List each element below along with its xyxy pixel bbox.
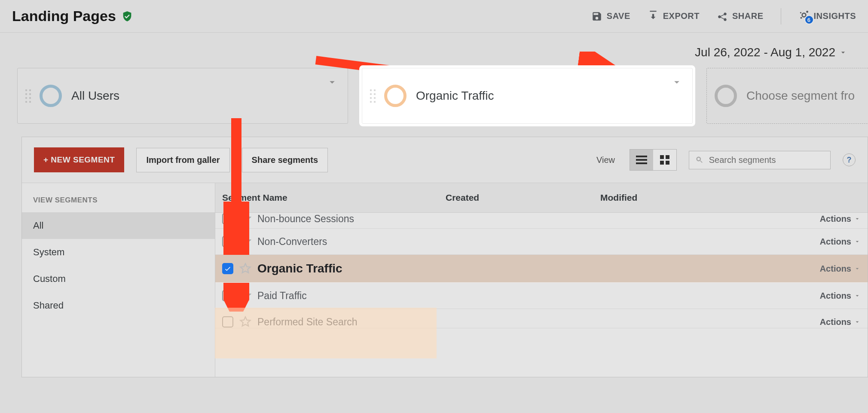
page-title-text: Landing Pages xyxy=(12,8,116,24)
share-icon xyxy=(717,11,728,22)
header-toolbar: SAVE EXPORT SHARE 6 INSIGHTS xyxy=(591,8,856,24)
check-icon xyxy=(224,265,232,272)
table-row[interactable]: Paid TrafficActions xyxy=(215,283,868,309)
segment-chip-label: Choose segment fro xyxy=(746,89,855,103)
sidebar-heading: VIEW SEGMENTS xyxy=(22,192,215,212)
segments-bar: All Users Organic Traffic Choose segment… xyxy=(0,64,868,137)
star-icon[interactable] xyxy=(239,236,251,248)
row-name: Performed Site Search xyxy=(257,316,820,328)
chevron-down-icon xyxy=(854,318,861,325)
list-icon xyxy=(636,156,647,164)
row-checkbox[interactable] xyxy=(222,290,233,301)
chevron-down-icon xyxy=(326,76,338,88)
table-row[interactable]: Non-ConvertersActions xyxy=(215,229,868,255)
table-row[interactable]: Performed Site SearchActions xyxy=(215,309,868,328)
ring-icon xyxy=(40,85,62,107)
svg-rect-8 xyxy=(666,155,669,159)
row-actions[interactable]: Actions xyxy=(820,291,861,301)
svg-point-1 xyxy=(806,11,808,13)
search-input[interactable] xyxy=(708,155,824,165)
view-grid-button[interactable] xyxy=(653,150,676,170)
chevron-down-icon xyxy=(854,292,861,299)
row-checkbox[interactable] xyxy=(222,263,233,274)
star-icon[interactable] xyxy=(239,263,251,275)
share-button[interactable]: SHARE xyxy=(717,11,764,22)
col-modified[interactable]: Modified xyxy=(593,183,868,212)
ring-icon xyxy=(384,85,406,107)
view-toggle xyxy=(630,149,677,171)
svg-rect-7 xyxy=(660,155,664,159)
row-name: Organic Traffic xyxy=(257,262,820,275)
verified-shield-icon xyxy=(121,10,133,22)
segment-chip-label: All Users xyxy=(71,89,119,103)
drag-grip-icon xyxy=(370,89,376,103)
share-segments-button[interactable]: Share segments xyxy=(242,148,328,172)
chevron-down-icon xyxy=(854,238,861,245)
row-checkbox[interactable] xyxy=(222,213,233,224)
import-gallery-button[interactable]: Import from galler xyxy=(136,148,229,172)
table-row[interactable]: Organic TrafficActions xyxy=(215,255,868,283)
chevron-down-icon xyxy=(854,265,861,272)
segment-chip-menu[interactable] xyxy=(326,76,338,90)
save-button[interactable]: SAVE xyxy=(591,11,630,22)
row-actions[interactable]: Actions xyxy=(820,214,861,224)
view-list-button[interactable] xyxy=(630,150,653,170)
help-button[interactable]: ? xyxy=(843,153,856,166)
table-header: Segment Name Created Modified xyxy=(215,183,868,213)
segments-table: Segment Name Created Modified Non-bounce… xyxy=(215,183,868,377)
svg-point-3 xyxy=(800,17,802,19)
row-checkbox[interactable] xyxy=(222,316,233,327)
chevron-down-icon xyxy=(839,48,847,57)
svg-rect-9 xyxy=(660,161,664,165)
panel-toolbar: + NEW SEGMENT Import from galler Share s… xyxy=(22,137,868,183)
row-checkbox[interactable] xyxy=(222,236,233,247)
sidebar-item-custom[interactable]: Custom xyxy=(22,266,215,292)
search-icon xyxy=(695,155,704,165)
star-icon[interactable] xyxy=(239,213,251,225)
sidebar-item-system[interactable]: System xyxy=(22,239,215,266)
row-actions[interactable]: Actions xyxy=(820,264,861,274)
row-actions[interactable]: Actions xyxy=(820,237,861,247)
svg-point-2 xyxy=(800,12,801,13)
svg-rect-4 xyxy=(636,156,647,157)
ring-icon xyxy=(715,85,737,107)
chevron-down-icon xyxy=(854,215,861,222)
page-title: Landing Pages xyxy=(12,8,133,24)
chevron-down-icon xyxy=(671,76,683,88)
sidebar-item-shared[interactable]: Shared xyxy=(22,292,215,319)
export-button[interactable]: EXPORT xyxy=(648,11,700,22)
export-icon xyxy=(648,11,659,22)
insights-badge: 6 xyxy=(804,15,814,24)
row-actions[interactable]: Actions xyxy=(820,317,861,327)
star-icon[interactable] xyxy=(239,290,251,302)
segment-chip-menu[interactable] xyxy=(671,76,683,90)
grid-icon xyxy=(660,155,670,165)
svg-rect-5 xyxy=(636,159,647,161)
segments-sidebar: VIEW SEGMENTS All System Custom Shared xyxy=(22,183,215,377)
col-segment-name[interactable]: Segment Name xyxy=(215,183,439,212)
new-segment-button[interactable]: + NEW SEGMENT xyxy=(34,147,124,172)
svg-rect-6 xyxy=(636,162,647,164)
col-created[interactable]: Created xyxy=(439,183,593,212)
table-row[interactable]: Non-bounce SessionsActions xyxy=(215,213,868,229)
view-label: View xyxy=(596,155,615,165)
segment-chip-add[interactable]: Choose segment fro xyxy=(706,68,868,124)
drag-grip-icon xyxy=(25,89,31,103)
segment-chip-all-users[interactable]: All Users xyxy=(17,68,348,124)
svg-rect-10 xyxy=(666,161,669,165)
report-header: Landing Pages SAVE EXPORT SHARE 6 xyxy=(0,0,868,33)
row-name: Paid Traffic xyxy=(257,290,820,302)
save-icon xyxy=(591,11,602,22)
search-segments[interactable] xyxy=(689,151,831,169)
insights-button[interactable]: 6 INSIGHTS xyxy=(798,9,856,23)
row-name: Non-bounce Sessions xyxy=(257,213,820,225)
segments-panel: + NEW SEGMENT Import from galler Share s… xyxy=(21,137,868,377)
date-range-picker[interactable]: Jul 26, 2022 - Aug 1, 2022 xyxy=(0,33,868,64)
toolbar-divider xyxy=(781,8,781,24)
segment-chip-organic[interactable]: Organic Traffic xyxy=(362,68,693,124)
star-icon[interactable] xyxy=(239,316,251,328)
row-name: Non-Converters xyxy=(257,236,820,248)
insights-icon-wrap: 6 xyxy=(798,9,810,23)
sidebar-item-all[interactable]: All xyxy=(22,212,215,239)
date-range-text: Jul 26, 2022 - Aug 1, 2022 xyxy=(695,46,835,59)
